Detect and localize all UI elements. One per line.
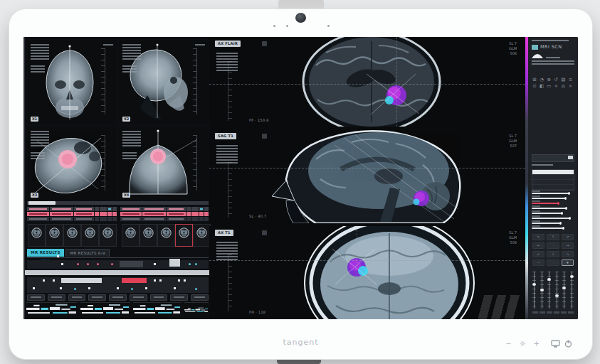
timeline-track-upper[interactable] — [27, 260, 209, 269]
keypad-button[interactable]: ↓ — [547, 251, 559, 257]
xray-view-target-coronal[interactable]: X4 — [119, 127, 209, 200]
list-item[interactable] — [532, 175, 574, 180]
slider[interactable] — [532, 215, 574, 220]
slice-thumbnail-selected[interactable] — [175, 224, 193, 247]
view-label: X1 — [31, 117, 38, 122]
fader[interactable] — [532, 272, 536, 309]
series-title-chip[interactable]: AX T1 — [215, 230, 233, 236]
scrollbar-handle[interactable] — [28, 201, 56, 205]
tool-icon[interactable]: ⊙ — [531, 83, 538, 90]
keypad-button[interactable]: − — [532, 259, 544, 266]
series-menu-icon[interactable] — [262, 41, 267, 46]
tool-icon[interactable]: ▤ — [559, 77, 567, 83]
keypad-button[interactable]: · — [547, 242, 559, 249]
mri-view-axial-t1[interactable]: AX T1 SL 7GLM508 FH · 118 — [209, 226, 525, 319]
slice-thumbnail[interactable] — [28, 224, 46, 247]
scale-text — [195, 44, 205, 46]
tool-icon[interactable]: + — [552, 83, 559, 90]
keypad-button[interactable]: ↙ — [532, 251, 544, 257]
measurements-table-left[interactable] — [27, 207, 117, 222]
fader[interactable] — [562, 272, 566, 309]
search-input[interactable] — [532, 154, 574, 162]
tool-icon[interactable]: ⊞ — [531, 77, 538, 83]
brightness-minus-button[interactable]: − — [505, 340, 511, 348]
series-menu-icon[interactable] — [262, 134, 267, 139]
list-label — [532, 164, 553, 166]
timeline-track-lower[interactable] — [27, 277, 209, 293]
table-scrollbar[interactable] — [27, 201, 209, 205]
slice-thumbnail[interactable] — [81, 224, 99, 247]
slice-thumbnail[interactable] — [63, 224, 81, 247]
table-row[interactable] — [120, 207, 209, 211]
table-row[interactable] — [120, 217, 209, 221]
slider[interactable] — [532, 225, 574, 230]
brightness-plus-button[interactable]: + — [534, 340, 540, 348]
slider-alert[interactable] — [532, 200, 574, 205]
slider[interactable] — [532, 220, 574, 225]
timeline-button[interactable] — [88, 294, 106, 301]
keypad-button[interactable]: + — [562, 259, 574, 266]
keypad-button[interactable]: → — [562, 242, 574, 249]
series-menu-icon[interactable] — [262, 230, 267, 235]
table-row-selected[interactable] — [27, 212, 117, 216]
slider[interactable] — [532, 196, 574, 200]
slice-thumbnail[interactable] — [122, 224, 140, 247]
tool-icon[interactable]: × — [567, 83, 574, 90]
list-item[interactable] — [532, 185, 574, 190]
sidebar-header-text — [532, 40, 569, 41]
webcam-icon — [295, 13, 306, 23]
tool-icon[interactable]: ◎ — [559, 83, 567, 90]
power-button-icon[interactable] — [564, 340, 572, 348]
fader[interactable] — [570, 272, 574, 309]
slice-thumbnail[interactable] — [193, 224, 211, 247]
series-title-chip[interactable]: AX FLAIR — [215, 41, 241, 47]
list-item[interactable] — [532, 180, 574, 185]
slider[interactable] — [532, 210, 574, 215]
slice-thumbnail[interactable] — [140, 224, 157, 247]
series-listbox[interactable] — [532, 169, 574, 191]
slice-thumbnail[interactable] — [99, 224, 117, 247]
timeline-button[interactable] — [191, 294, 209, 301]
slice-thumbnail[interactable] — [46, 224, 63, 247]
mri-view-sagittal[interactable]: SAG T1 SL 7GLM507 SL · 40.7 — [209, 129, 525, 223]
timeline-button[interactable] — [109, 294, 127, 301]
timeline-button[interactable] — [170, 294, 188, 301]
series-title-chip[interactable]: SAG T1 — [215, 133, 236, 139]
mri-view-axial-flair[interactable]: AX FLAIR SL 7GLM508 FF · 150.6 — [209, 37, 525, 127]
slice-thumbnail[interactable] — [157, 224, 175, 247]
tab-results-secondary[interactable]: MR RESULTS 8-9 — [65, 249, 110, 257]
timeline-button[interactable] — [68, 294, 86, 301]
tool-icon[interactable]: ◔ — [538, 77, 545, 83]
table-row[interactable] — [27, 207, 117, 211]
tool-icon[interactable]: ◧ — [538, 83, 545, 90]
timeline-button[interactable] — [150, 294, 168, 301]
timeline-button[interactable] — [48, 294, 65, 301]
measurements-table-right[interactable] — [120, 207, 209, 222]
tool-icon[interactable]: ⊕ — [545, 77, 552, 83]
display-toggle-icon[interactable] — [551, 340, 561, 348]
fader[interactable] — [555, 272, 559, 309]
table-row[interactable] — [27, 217, 117, 221]
dicom-annotations — [122, 152, 137, 161]
keypad-button[interactable]: ↗ — [562, 234, 574, 240]
fader[interactable] — [540, 272, 544, 309]
list-item-selected[interactable] — [532, 170, 574, 175]
timeline-button[interactable] — [27, 294, 45, 301]
keypad-button[interactable]: ← — [532, 242, 544, 249]
timeline-button[interactable] — [130, 294, 147, 301]
tool-icon[interactable]: ▭ — [545, 83, 552, 90]
slider[interactable] — [532, 191, 574, 196]
xray-view-lateral[interactable]: X2 — [119, 40, 209, 124]
keypad-button[interactable]: ↘ — [562, 251, 574, 257]
keypad-button[interactable]: ↖ — [532, 234, 544, 240]
slider[interactable] — [532, 205, 574, 210]
tool-icon[interactable]: ≡ — [567, 77, 574, 83]
fader[interactable] — [547, 272, 551, 309]
tool-icon[interactable]: ↺ — [552, 77, 559, 83]
keypad-button[interactable]: ↑ — [547, 234, 559, 240]
table-row-selected[interactable] — [120, 212, 209, 216]
keypad-button[interactable]: · — [547, 259, 559, 266]
xray-view-target-lateral[interactable]: X3 — [27, 127, 117, 200]
view-label: X4 — [122, 193, 130, 198]
xray-view-frontal[interactable]: X1 — [27, 40, 117, 124]
